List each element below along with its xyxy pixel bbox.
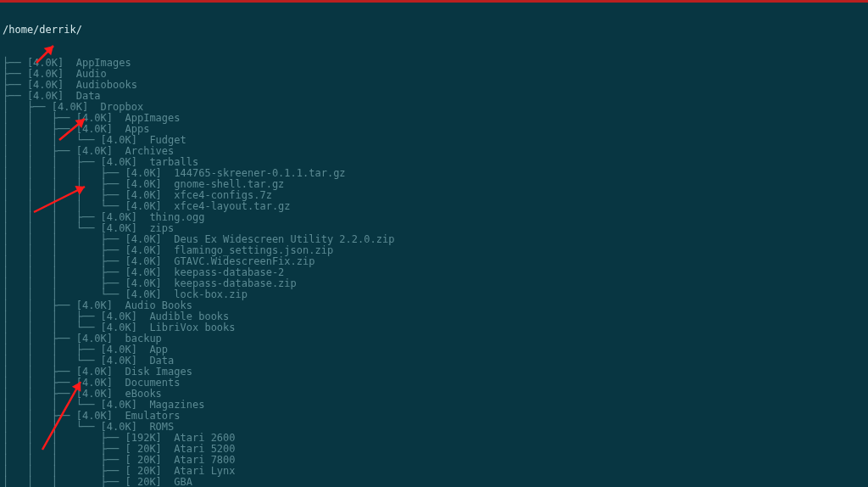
tree-row: │ │ │ ├── [ 20K] GBA — [3, 477, 865, 487]
terminal-output: /home/derrik/ ├── [4.0K] AppImages├── [4… — [0, 3, 868, 487]
tree-row: ├── [4.0K] Audiobooks — [3, 80, 865, 91]
tree-listing: ├── [4.0K] AppImages├── [4.0K] Audio├── … — [3, 58, 865, 487]
tree-row: ├── [4.0K] AppImages — [3, 58, 865, 69]
path-header: /home/derrik/ — [3, 25, 865, 36]
